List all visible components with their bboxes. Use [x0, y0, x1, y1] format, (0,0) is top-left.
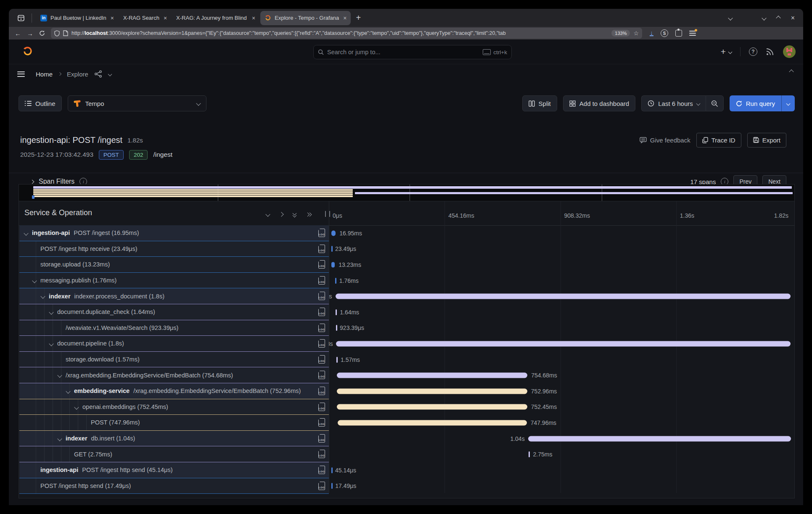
span-expand-chevron-icon[interactable]: [24, 231, 28, 235]
span-logs-icon[interactable]: LOG: [318, 466, 325, 474]
span-duration-bar[interactable]: [529, 451, 530, 457]
s-extension-icon[interactable]: S: [661, 29, 668, 37]
span-duration-bar[interactable]: [331, 246, 333, 252]
span-duration-bar[interactable]: [337, 404, 527, 410]
span-duration-bar[interactable]: [336, 325, 337, 331]
firefox-view-icon[interactable]: [15, 12, 27, 24]
tab-close-icon[interactable]: ×: [164, 15, 167, 21]
help-icon[interactable]: ?: [749, 47, 757, 56]
span-timeline-cell[interactable]: 45.14μs: [329, 462, 794, 478]
trace-minimap[interactable]: [19, 185, 794, 201]
span-name-cell[interactable]: storage.upload (13.23ms)LOG: [19, 257, 329, 273]
span-name-cell[interactable]: POST /ingest http receive (23.49μs)LOG: [19, 241, 329, 257]
tab-close-icon[interactable]: ×: [252, 15, 255, 21]
span-name-cell[interactable]: GET (2.75ms)LOG: [19, 446, 329, 462]
browser-tab[interactable]: Explore - Tempo - Grafana×: [260, 11, 351, 25]
span-timeline-cell[interactable]: 1.57ms: [329, 352, 794, 368]
page-info-icon[interactable]: [63, 30, 68, 36]
span-row[interactable]: document.duplicate_check (1.64ms)LOG1.64…: [19, 304, 794, 320]
time-range-button[interactable]: Last 6 hours: [641, 95, 706, 111]
tab-close-icon[interactable]: ×: [111, 15, 114, 21]
split-button[interactable]: Split: [522, 95, 557, 111]
span-expand-chevron-icon[interactable]: [40, 294, 45, 299]
back-button[interactable]: ←: [15, 30, 21, 37]
span-timeline-cell[interactable]: 1.8s: [329, 288, 794, 304]
url-text[interactable]: http://localhost:3000/explore?schemaVers…: [71, 30, 608, 36]
datasource-picker[interactable]: Tempo: [68, 95, 206, 111]
span-timeline-cell[interactable]: 747.96ms: [329, 415, 794, 431]
span-logs-icon[interactable]: LOG: [318, 339, 325, 348]
span-logs-icon[interactable]: LOG: [318, 418, 325, 427]
tab-overflow-chevron-icon[interactable]: [728, 16, 733, 20]
span-duration-bar[interactable]: [331, 230, 336, 236]
mega-menu-icon[interactable]: [17, 71, 25, 77]
collapse-one-icon[interactable]: [265, 212, 270, 216]
span-name-cell[interactable]: ingestion-apiPOST /ingest (16.95ms)LOG: [19, 225, 329, 241]
span-name-cell[interactable]: document.pipeline (1.8s)LOG: [19, 336, 329, 352]
breadcrumb-actions-chevron-icon[interactable]: [108, 72, 112, 76]
span-timeline-cell[interactable]: 754.68ms: [329, 367, 794, 383]
span-row[interactable]: /weaviate.v1.Weaviate/Search (923.39μs)L…: [19, 320, 794, 336]
trace-id-button[interactable]: Trace ID: [696, 133, 741, 148]
news-rss-icon[interactable]: [766, 48, 775, 56]
span-timeline-cell[interactable]: 17.49μs: [329, 478, 794, 494]
span-timeline-cell[interactable]: 16.95ms: [329, 225, 794, 241]
run-query-button[interactable]: Run query: [730, 95, 795, 111]
span-name-cell[interactable]: ingestion-apiPOST /ingest http send (45.…: [19, 462, 329, 478]
span-expand-chevron-icon[interactable]: [66, 389, 70, 393]
collapse-header-chevron-icon[interactable]: [789, 69, 793, 74]
span-timeline-cell[interactable]: 1.04s: [329, 431, 794, 447]
span-timeline-cell[interactable]: 1.76ms: [329, 273, 794, 289]
span-logs-icon[interactable]: LOG: [318, 482, 325, 490]
bookmark-star-icon[interactable]: ☆: [633, 30, 639, 37]
zoom-level-badge[interactable]: 133%: [611, 30, 630, 37]
span-duration-bar[interactable]: [528, 436, 791, 441]
browser-tab[interactable]: X-RAG Search×: [119, 11, 171, 25]
span-timeline-cell[interactable]: 13.23ms: [329, 257, 794, 273]
collapse-all-icon[interactable]: [293, 212, 296, 217]
span-expand-chevron-icon[interactable]: [57, 373, 62, 378]
span-logs-icon[interactable]: LOG: [318, 450, 325, 458]
window-close-icon[interactable]: ×: [791, 14, 795, 22]
span-row[interactable]: GET (2.75ms)LOG2.75ms: [19, 446, 794, 462]
window-chevron-down-icon[interactable]: [762, 16, 766, 20]
span-duration-bar[interactable]: [335, 278, 336, 284]
span-name-cell[interactable]: document.duplicate_check (1.64ms)LOG: [19, 304, 329, 320]
span-expand-chevron-icon[interactable]: [74, 405, 79, 409]
span-timeline-cell[interactable]: 1.8s: [329, 336, 794, 352]
span-row[interactable]: document.pipeline (1.8s)LOG1.8s: [19, 336, 794, 352]
span-duration-bar[interactable]: [331, 483, 333, 489]
span-logs-icon[interactable]: LOG: [318, 245, 325, 253]
span-name-cell[interactable]: openai.embeddings (752.45ms)LOG: [19, 399, 329, 415]
span-duration-bar[interactable]: [336, 341, 791, 346]
span-expand-chevron-icon[interactable]: [57, 436, 62, 441]
span-timeline-cell[interactable]: 923.39μs: [329, 320, 794, 336]
reload-button[interactable]: [39, 30, 45, 36]
span-logs-icon[interactable]: LOG: [318, 276, 325, 285]
expand-one-icon[interactable]: [279, 212, 283, 216]
span-duration-bar[interactable]: [331, 467, 333, 473]
add-to-dashboard-button[interactable]: Add to dashboard: [563, 95, 635, 111]
span-filters-expand-chevron-icon[interactable]: [30, 179, 34, 184]
tracking-shield-icon[interactable]: [54, 30, 60, 37]
span-duration-bar[interactable]: [337, 388, 527, 394]
span-logs-icon[interactable]: LOG: [318, 260, 325, 269]
span-row[interactable]: messaging.publish (1.76ms)LOG1.76ms: [19, 273, 794, 289]
browser-tab[interactable]: inPaul Buetow | LinkedIn×: [36, 11, 118, 25]
span-duration-bar[interactable]: [336, 294, 791, 299]
expand-all-icon[interactable]: [306, 213, 311, 216]
span-duration-bar[interactable]: [338, 420, 527, 425]
span-logs-icon[interactable]: LOG: [318, 308, 325, 316]
span-row[interactable]: POST /ingest http send (17.49μs)LOG17.49…: [19, 478, 794, 494]
span-logs-icon[interactable]: LOG: [318, 403, 325, 411]
menu-hamburger-icon[interactable]: [689, 31, 696, 36]
span-logs-icon[interactable]: LOG: [318, 324, 325, 332]
span-row[interactable]: openai.embeddings (752.45ms)LOG752.45ms: [19, 399, 794, 415]
span-logs-icon[interactable]: LOG: [318, 387, 325, 395]
span-logs-icon[interactable]: LOG: [318, 434, 325, 443]
span-row[interactable]: POST (747.96ms)LOG747.96ms: [19, 415, 794, 431]
span-logs-icon[interactable]: LOG: [318, 292, 325, 300]
span-timeline-cell[interactable]: 752.45ms: [329, 399, 794, 415]
search-input[interactable]: Search or jump to... ctrl+k: [313, 45, 512, 59]
downloads-icon[interactable]: ↓: [650, 30, 653, 36]
